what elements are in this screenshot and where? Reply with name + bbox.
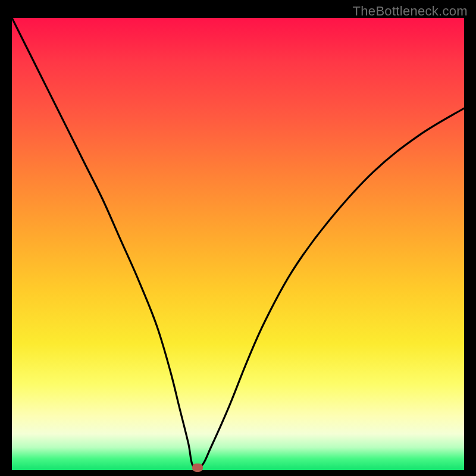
bottleneck-curve: [12, 18, 464, 468]
curve-layer: [12, 18, 464, 470]
watermark-text: TheBottleneck.com: [353, 4, 468, 19]
chart-frame: TheBottleneck.com: [0, 0, 476, 476]
current-point-marker: [192, 464, 203, 472]
plot-area: [12, 18, 464, 470]
